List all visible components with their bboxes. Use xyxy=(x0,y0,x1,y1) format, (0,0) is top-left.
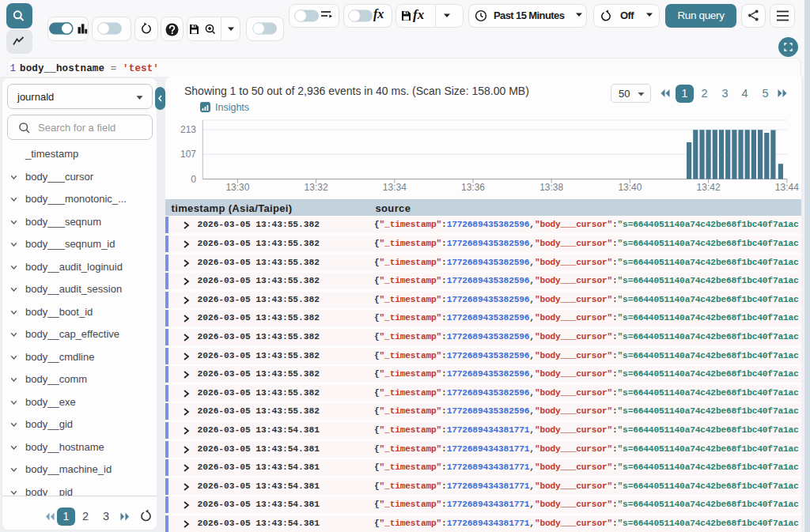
svg-text:13:30: 13:30 xyxy=(225,182,249,193)
svg-text:13:34: 13:34 xyxy=(383,182,407,193)
svg-text:13:38: 13:38 xyxy=(539,182,563,193)
svg-text:0: 0 xyxy=(191,174,196,185)
svg-text:13:36: 13:36 xyxy=(461,182,485,193)
svg-text:213: 213 xyxy=(180,124,196,135)
svg-text:107: 107 xyxy=(180,149,196,160)
svg-text:13:44: 13:44 xyxy=(775,182,799,193)
svg-text:13:40: 13:40 xyxy=(618,182,642,193)
svg-text:13:32: 13:32 xyxy=(305,182,328,193)
svg-text:13:42: 13:42 xyxy=(697,182,721,193)
